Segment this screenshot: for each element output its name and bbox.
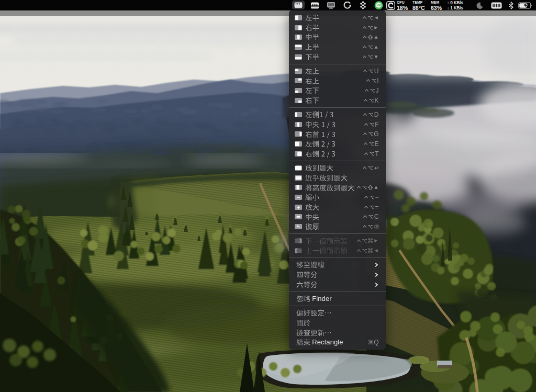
svg-text:LINE: LINE bbox=[375, 3, 382, 6]
